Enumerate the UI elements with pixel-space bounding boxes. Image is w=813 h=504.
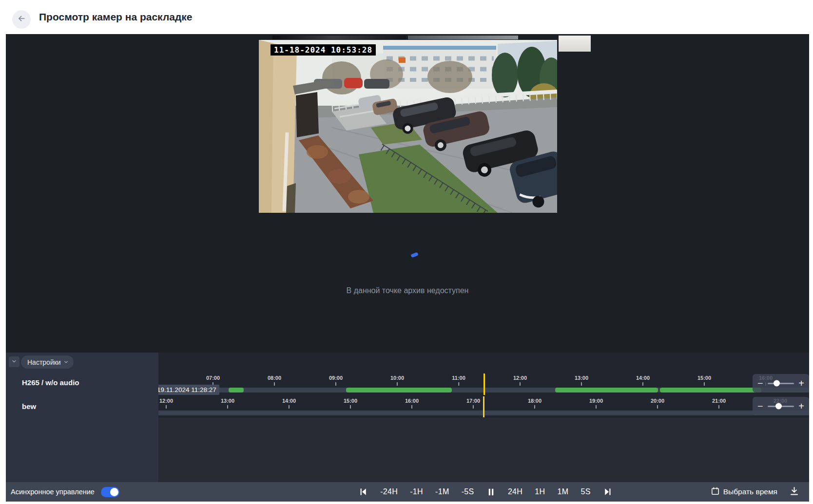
archive-segment[interactable]	[660, 388, 761, 392]
step-forward-1m-button[interactable]: 1M	[558, 487, 569, 496]
zoom-slider-knob[interactable]	[774, 380, 780, 387]
download-icon	[789, 486, 799, 498]
archive-segment[interactable]	[229, 388, 244, 392]
hour-label: 19:00	[589, 398, 603, 404]
back-arrow-icon	[17, 14, 26, 25]
download-button[interactable]	[789, 486, 799, 498]
async-control-toggle[interactable]	[101, 487, 119, 497]
hour-label: 21:00	[712, 398, 726, 404]
video-timestamp-osd: 11-18-2024 10:53:28	[271, 44, 376, 56]
hour-mark: 16:00	[405, 395, 419, 409]
hour-label: 18:00	[528, 398, 542, 404]
playhead[interactable]	[484, 373, 485, 395]
playback-controls: -24H -1H -1M -5S 24H 1H 1M 5S	[358, 482, 613, 502]
zoom-in-icon[interactable]: +	[798, 378, 804, 388]
step-forward-5s-button[interactable]: 5S	[581, 487, 591, 496]
hour-mark: 10:00	[390, 373, 404, 386]
step-forward-24h-button[interactable]: 24H	[508, 487, 523, 496]
chevron-down-icon	[11, 357, 17, 366]
hour-mark: 15:00	[344, 395, 357, 409]
zoom-slider[interactable]	[768, 406, 794, 407]
step-back-1h-button[interactable]: -1H	[410, 487, 423, 496]
back-button[interactable]	[12, 10, 31, 29]
archive-unavailable-message: В данной точке архив недоступен	[6, 286, 809, 295]
hour-label: 07:00	[206, 375, 220, 381]
hour-label: 14:00	[282, 398, 296, 404]
hour-label: 12:00	[513, 375, 527, 381]
hour-mark: 13:00	[575, 373, 588, 386]
video-viewport: 11-18-2024 10:53:28 В данной точке архив…	[6, 34, 809, 353]
step-forward-1h-button[interactable]: 1H	[535, 487, 545, 496]
timeline-sidebar: Настройки H265 / w/o audio bew	[6, 353, 158, 482]
archive-segment[interactable]	[555, 388, 658, 392]
settings-button[interactable]: Настройки	[21, 355, 74, 369]
zoom-out-icon[interactable]: −	[757, 401, 763, 411]
archive-segment[interactable]	[346, 388, 452, 392]
hour-tick	[642, 382, 643, 386]
hour-tick	[520, 382, 521, 386]
skip-to-start-button[interactable]	[358, 487, 368, 497]
timeline-zoom-control: − +	[753, 374, 809, 392]
zoom-slider-knob[interactable]	[775, 403, 782, 410]
hour-tick	[411, 405, 412, 409]
hour-label: 10:00	[390, 375, 404, 381]
toggle-knob	[110, 488, 118, 496]
zoom-in-icon[interactable]: +	[798, 401, 804, 411]
hour-tick	[289, 405, 290, 409]
hour-label: 14:00	[636, 375, 650, 381]
hour-tick	[227, 405, 228, 409]
hour-tick	[166, 405, 167, 409]
camera-video-tile[interactable]: 11-18-2024 10:53:28	[259, 40, 557, 213]
hour-mark: 13:00	[221, 395, 234, 409]
adjacent-tile-fragment	[408, 36, 518, 39]
timeline-empty-space	[158, 418, 809, 482]
collapse-panel-button[interactable]	[9, 356, 19, 367]
step-back-24h-button[interactable]: -24H	[380, 487, 398, 496]
hour-mark: 18:00	[528, 395, 542, 409]
select-time-button[interactable]: Выбрать время	[711, 486, 777, 498]
async-control-label: Асинхронное управление	[11, 488, 95, 496]
camera-layout-view: Просмотр камер на раскладке	[0, 0, 813, 504]
hour-mark: 14:00	[282, 395, 296, 409]
hour-tick	[335, 382, 336, 386]
hour-tick	[473, 405, 474, 409]
camera-name: H265 / w/o audio	[22, 378, 79, 387]
hour-label: 11:00	[452, 375, 465, 381]
skip-to-end-button[interactable]	[603, 487, 613, 497]
hour-tick	[274, 382, 275, 386]
step-back-1m-button[interactable]: -1M	[435, 487, 449, 496]
header: Просмотр камер на раскладке	[6, 0, 809, 34]
settings-button-label: Настройки	[27, 358, 61, 366]
pause-button[interactable]	[486, 487, 496, 497]
hour-label: 20:00	[651, 398, 664, 404]
hour-tick	[458, 382, 459, 386]
step-back-5s-button[interactable]: -5S	[462, 487, 474, 496]
hour-tick	[704, 382, 705, 386]
hour-mark: 21:00	[712, 395, 726, 409]
hour-mark: 07:00	[206, 373, 220, 386]
hour-label: 13:00	[575, 375, 588, 381]
chevron-down-icon	[63, 358, 69, 366]
hour-tick	[718, 405, 719, 409]
hour-label: 15:00	[697, 375, 711, 381]
timeline-row: 12:0013:0014:0015:0016:0017:0018:0019:00…	[158, 395, 809, 418]
hour-mark: 09:00	[329, 373, 343, 386]
zoom-slider[interactable]	[768, 383, 794, 384]
hour-label: 13:00	[221, 398, 234, 404]
hour-mark: 11:00	[452, 373, 465, 386]
hour-mark: 08:00	[268, 373, 281, 386]
hour-label: 15:00	[344, 398, 357, 404]
hour-tick	[596, 405, 597, 409]
hour-mark: 12:00	[513, 373, 527, 386]
zoom-out-icon[interactable]: −	[757, 378, 763, 388]
hour-label: 12:00	[159, 398, 173, 404]
right-tools: Выбрать время	[711, 482, 799, 502]
hour-label: 17:00	[466, 398, 480, 404]
hour-mark: 19:00	[589, 395, 603, 409]
hour-mark: 20:00	[651, 395, 664, 409]
hour-label: 08:00	[268, 375, 281, 381]
hour-tick	[350, 405, 351, 409]
select-time-label: Выбрать время	[723, 487, 777, 496]
playhead[interactable]	[483, 396, 484, 417]
hour-mark: 15:00	[697, 373, 711, 386]
